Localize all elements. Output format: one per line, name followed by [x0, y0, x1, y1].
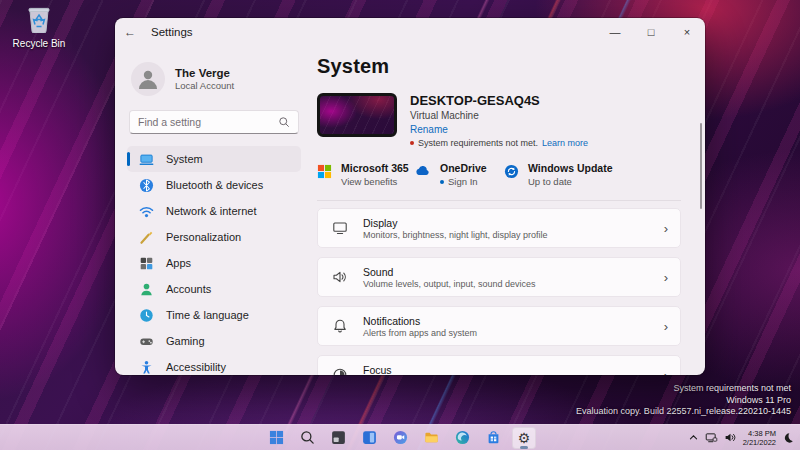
file-explorer-button[interactable] — [419, 427, 443, 449]
sidebar-item-bluetooth-devices[interactable]: Bluetooth & devices — [127, 172, 301, 198]
sidebar-item-personalization[interactable]: Personalization — [127, 224, 301, 250]
tray-date: 2/21/2022 — [743, 438, 776, 447]
windows-update-icon — [504, 164, 519, 179]
quick-action-title: Windows Update — [528, 162, 613, 174]
volume-tray-icon[interactable] — [724, 431, 737, 444]
account-name: The Verge — [175, 67, 234, 79]
tray-show-hidden-icons[interactable] — [688, 432, 699, 443]
quick-action-title: Microsoft 365 — [341, 162, 409, 174]
card-subtitle: Alerts from apps and system — [363, 328, 649, 338]
device-warning-text: System requirements not met. — [418, 138, 538, 148]
learn-more-link[interactable]: Learn more — [542, 138, 588, 148]
close-button[interactable]: × — [669, 18, 705, 46]
sign-in-dot-icon — [440, 180, 444, 184]
card-title: Sound — [363, 266, 649, 278]
device-wallpaper-thumbnail — [317, 93, 397, 137]
microsoft-365-icon — [317, 164, 332, 179]
sidebar-item-gaming[interactable]: Gaming — [127, 328, 301, 354]
accessibility-icon — [139, 360, 154, 375]
device-name: DESKTOP-GESAQ4S — [410, 93, 588, 108]
watermark-line-2: Windows 11 Pro — [576, 395, 791, 407]
search-button[interactable] — [295, 427, 319, 449]
widgets-button[interactable] — [357, 427, 381, 449]
chat-button[interactable] — [388, 427, 412, 449]
task-view-button[interactable] — [326, 427, 350, 449]
system-page: System DESKTOP-GESAQ4S Virtual Machine R… — [311, 46, 705, 375]
clock[interactable]: 4:38 PM 2/21/2022 — [743, 429, 776, 447]
sidebar-nav: System Bluetooth & devices Network & int… — [127, 146, 301, 375]
quick-action-windows-update[interactable]: Windows Update Up to date — [504, 162, 613, 187]
wifi-icon — [139, 204, 154, 219]
sidebar-item-network-internet[interactable]: Network & internet — [127, 198, 301, 224]
personalization-icon — [139, 230, 154, 245]
sidebar-item-apps[interactable]: Apps — [127, 250, 301, 276]
search-box[interactable] — [129, 110, 299, 134]
sidebar-item-label: Time & language — [166, 309, 249, 321]
account-block[interactable]: The Verge Local Account — [131, 62, 301, 96]
back-button[interactable]: ← — [115, 25, 145, 39]
watermark-line-3: Evaluation copy. Build 22557.ni_release.… — [576, 406, 791, 418]
minimize-button[interactable]: — — [597, 18, 633, 46]
device-subtitle: Virtual Machine — [410, 110, 588, 121]
onedrive-icon — [414, 164, 431, 179]
quick-actions-row: Microsoft 365 View benefits OneDrive Sig… — [317, 162, 681, 187]
sidebar-item-label: Apps — [166, 257, 191, 269]
sidebar-item-label: Bluetooth & devices — [166, 179, 263, 191]
quick-action-subtitle: Sign In — [448, 176, 478, 187]
card-display[interactable]: Display Monitors, brightness, night ligh… — [317, 208, 681, 248]
chevron-right-icon: › — [664, 221, 668, 236]
warning-dot-icon — [410, 141, 414, 145]
card-title: Notifications — [363, 315, 649, 327]
time-language-icon — [139, 308, 154, 323]
sidebar-item-label: Accounts — [166, 283, 211, 295]
chevron-right-icon: › — [664, 270, 668, 285]
network-tray-icon[interactable] — [705, 431, 718, 444]
sidebar-item-system[interactable]: System — [127, 146, 301, 172]
search-input[interactable] — [138, 116, 278, 128]
quick-action-microsoft-365[interactable]: Microsoft 365 View benefits — [317, 162, 414, 187]
sidebar-item-accessibility[interactable]: Accessibility — [127, 354, 301, 375]
recycle-bin-shortcut[interactable]: Recycle Bin — [8, 5, 70, 49]
maximize-button[interactable]: □ — [633, 18, 669, 46]
sidebar-item-label: System — [166, 153, 203, 165]
sidebar-item-label: Personalization — [166, 231, 241, 243]
settings-sidebar: The Verge Local Account System Bluetooth… — [115, 46, 311, 375]
scrollbar[interactable] — [700, 123, 702, 209]
card-sound[interactable]: Sound Volume levels, output, input, soun… — [317, 257, 681, 297]
taskbar: ⚙ 4:38 PM 2/21/2022 — [0, 424, 800, 450]
titlebar[interactable]: ← Settings — □ × — [115, 18, 705, 46]
card-notifications[interactable]: Notifications Alerts from apps and syste… — [317, 306, 681, 346]
focus-icon — [332, 367, 348, 375]
notifications-icon — [332, 318, 348, 334]
sidebar-item-time-language[interactable]: Time & language — [127, 302, 301, 328]
sidebar-item-accounts[interactable]: Accounts — [127, 276, 301, 302]
account-type: Local Account — [175, 80, 234, 91]
gear-icon: ⚙ — [518, 431, 531, 445]
divider — [317, 200, 681, 201]
do-not-disturb-moon-icon[interactable] — [782, 432, 794, 444]
edge-button[interactable] — [450, 427, 474, 449]
settings-taskbar-button[interactable]: ⚙ — [512, 427, 536, 449]
card-title: Display — [363, 217, 649, 229]
start-button[interactable] — [264, 427, 288, 449]
quick-action-onedrive[interactable]: OneDrive Sign In — [414, 162, 504, 187]
card-title: Focus — [363, 364, 649, 376]
evaluation-watermark: System requirements not met Windows 11 P… — [576, 383, 791, 418]
chevron-right-icon: › — [664, 368, 668, 376]
device-header: DESKTOP-GESAQ4S Virtual Machine Rename S… — [317, 93, 681, 148]
accounts-icon — [139, 282, 154, 297]
card-subtitle: Volume levels, output, input, sound devi… — [363, 279, 649, 289]
settings-cards: Display Monitors, brightness, night ligh… — [317, 208, 681, 375]
chevron-right-icon: › — [664, 319, 668, 334]
recycle-bin-icon — [8, 5, 70, 37]
page-title: System — [317, 55, 681, 78]
sidebar-item-label: Network & internet — [166, 205, 256, 217]
card-focus[interactable]: Focus Reduce distractions › — [317, 355, 681, 375]
rename-link[interactable]: Rename — [410, 124, 588, 135]
store-button[interactable] — [481, 427, 505, 449]
tray-time: 4:38 PM — [743, 429, 776, 438]
settings-window: ← Settings — □ × The Verge Local Account — [115, 18, 705, 375]
watermark-line-1: System requirements not met — [576, 383, 791, 395]
quick-action-title: OneDrive — [440, 162, 487, 174]
card-subtitle: Monitors, brightness, night light, displ… — [363, 230, 649, 240]
